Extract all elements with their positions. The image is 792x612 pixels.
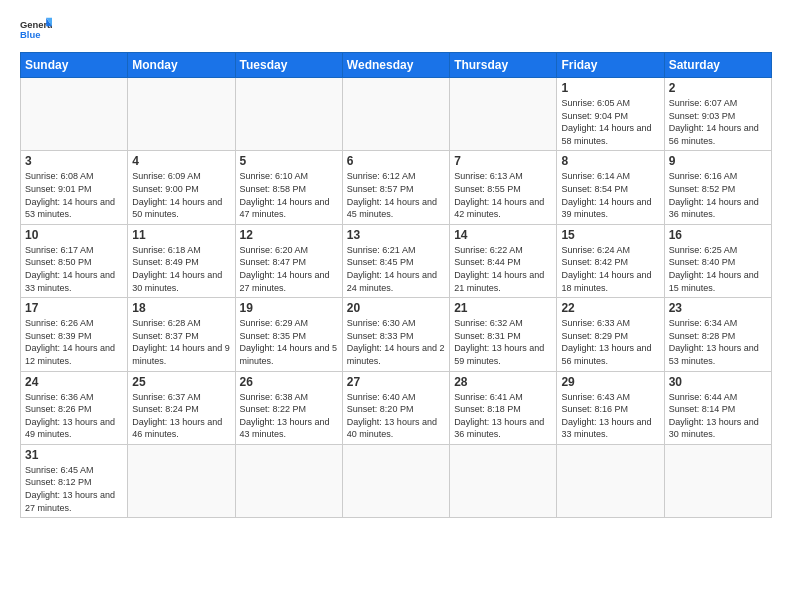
day-cell: 24Sunrise: 6:36 AM Sunset: 8:26 PM Dayli… <box>21 371 128 444</box>
day-number: 7 <box>454 154 552 168</box>
day-number: 29 <box>561 375 659 389</box>
day-info: Sunrise: 6:24 AM Sunset: 8:42 PM Dayligh… <box>561 244 659 294</box>
day-cell: 11Sunrise: 6:18 AM Sunset: 8:49 PM Dayli… <box>128 224 235 297</box>
weekday-wednesday: Wednesday <box>342 53 449 78</box>
day-number: 18 <box>132 301 230 315</box>
day-cell: 27Sunrise: 6:40 AM Sunset: 8:20 PM Dayli… <box>342 371 449 444</box>
day-number: 9 <box>669 154 767 168</box>
day-cell <box>128 444 235 517</box>
header: General Blue <box>20 16 772 44</box>
weekday-sunday: Sunday <box>21 53 128 78</box>
week-row-2: 3Sunrise: 6:08 AM Sunset: 9:01 PM Daylig… <box>21 151 772 224</box>
day-number: 15 <box>561 228 659 242</box>
day-number: 27 <box>347 375 445 389</box>
day-cell: 2Sunrise: 6:07 AM Sunset: 9:03 PM Daylig… <box>664 78 771 151</box>
day-info: Sunrise: 6:33 AM Sunset: 8:29 PM Dayligh… <box>561 317 659 367</box>
day-info: Sunrise: 6:43 AM Sunset: 8:16 PM Dayligh… <box>561 391 659 441</box>
day-cell: 21Sunrise: 6:32 AM Sunset: 8:31 PM Dayli… <box>450 298 557 371</box>
day-info: Sunrise: 6:17 AM Sunset: 8:50 PM Dayligh… <box>25 244 123 294</box>
week-row-1: 1Sunrise: 6:05 AM Sunset: 9:04 PM Daylig… <box>21 78 772 151</box>
day-number: 17 <box>25 301 123 315</box>
day-info: Sunrise: 6:32 AM Sunset: 8:31 PM Dayligh… <box>454 317 552 367</box>
day-cell: 14Sunrise: 6:22 AM Sunset: 8:44 PM Dayli… <box>450 224 557 297</box>
day-cell: 8Sunrise: 6:14 AM Sunset: 8:54 PM Daylig… <box>557 151 664 224</box>
day-number: 30 <box>669 375 767 389</box>
day-number: 14 <box>454 228 552 242</box>
day-info: Sunrise: 6:09 AM Sunset: 9:00 PM Dayligh… <box>132 170 230 220</box>
day-cell: 7Sunrise: 6:13 AM Sunset: 8:55 PM Daylig… <box>450 151 557 224</box>
day-number: 20 <box>347 301 445 315</box>
day-cell: 17Sunrise: 6:26 AM Sunset: 8:39 PM Dayli… <box>21 298 128 371</box>
day-info: Sunrise: 6:22 AM Sunset: 8:44 PM Dayligh… <box>454 244 552 294</box>
day-cell <box>128 78 235 151</box>
day-number: 24 <box>25 375 123 389</box>
svg-text:Blue: Blue <box>20 29 40 40</box>
generalblue-icon: General Blue <box>20 16 52 44</box>
day-number: 12 <box>240 228 338 242</box>
day-number: 23 <box>669 301 767 315</box>
day-info: Sunrise: 6:28 AM Sunset: 8:37 PM Dayligh… <box>132 317 230 367</box>
day-info: Sunrise: 6:36 AM Sunset: 8:26 PM Dayligh… <box>25 391 123 441</box>
day-info: Sunrise: 6:40 AM Sunset: 8:20 PM Dayligh… <box>347 391 445 441</box>
day-cell: 25Sunrise: 6:37 AM Sunset: 8:24 PM Dayli… <box>128 371 235 444</box>
day-number: 21 <box>454 301 552 315</box>
day-cell: 19Sunrise: 6:29 AM Sunset: 8:35 PM Dayli… <box>235 298 342 371</box>
week-row-5: 24Sunrise: 6:36 AM Sunset: 8:26 PM Dayli… <box>21 371 772 444</box>
day-number: 6 <box>347 154 445 168</box>
day-cell <box>235 78 342 151</box>
day-number: 22 <box>561 301 659 315</box>
day-info: Sunrise: 6:29 AM Sunset: 8:35 PM Dayligh… <box>240 317 338 367</box>
day-info: Sunrise: 6:25 AM Sunset: 8:40 PM Dayligh… <box>669 244 767 294</box>
day-cell <box>342 78 449 151</box>
day-cell: 29Sunrise: 6:43 AM Sunset: 8:16 PM Dayli… <box>557 371 664 444</box>
day-info: Sunrise: 6:41 AM Sunset: 8:18 PM Dayligh… <box>454 391 552 441</box>
day-info: Sunrise: 6:45 AM Sunset: 8:12 PM Dayligh… <box>25 464 123 514</box>
day-info: Sunrise: 6:13 AM Sunset: 8:55 PM Dayligh… <box>454 170 552 220</box>
day-cell <box>450 444 557 517</box>
day-cell <box>557 444 664 517</box>
day-cell: 31Sunrise: 6:45 AM Sunset: 8:12 PM Dayli… <box>21 444 128 517</box>
day-cell <box>342 444 449 517</box>
day-info: Sunrise: 6:38 AM Sunset: 8:22 PM Dayligh… <box>240 391 338 441</box>
day-number: 8 <box>561 154 659 168</box>
day-number: 4 <box>132 154 230 168</box>
day-number: 16 <box>669 228 767 242</box>
week-row-6: 31Sunrise: 6:45 AM Sunset: 8:12 PM Dayli… <box>21 444 772 517</box>
day-number: 5 <box>240 154 338 168</box>
weekday-thursday: Thursday <box>450 53 557 78</box>
day-cell: 12Sunrise: 6:20 AM Sunset: 8:47 PM Dayli… <box>235 224 342 297</box>
day-number: 28 <box>454 375 552 389</box>
day-number: 26 <box>240 375 338 389</box>
day-cell: 18Sunrise: 6:28 AM Sunset: 8:37 PM Dayli… <box>128 298 235 371</box>
day-number: 31 <box>25 448 123 462</box>
day-cell: 26Sunrise: 6:38 AM Sunset: 8:22 PM Dayli… <box>235 371 342 444</box>
day-cell: 23Sunrise: 6:34 AM Sunset: 8:28 PM Dayli… <box>664 298 771 371</box>
day-info: Sunrise: 6:10 AM Sunset: 8:58 PM Dayligh… <box>240 170 338 220</box>
day-number: 2 <box>669 81 767 95</box>
day-cell: 4Sunrise: 6:09 AM Sunset: 9:00 PM Daylig… <box>128 151 235 224</box>
day-cell: 5Sunrise: 6:10 AM Sunset: 8:58 PM Daylig… <box>235 151 342 224</box>
day-number: 3 <box>25 154 123 168</box>
day-info: Sunrise: 6:08 AM Sunset: 9:01 PM Dayligh… <box>25 170 123 220</box>
week-row-3: 10Sunrise: 6:17 AM Sunset: 8:50 PM Dayli… <box>21 224 772 297</box>
day-info: Sunrise: 6:37 AM Sunset: 8:24 PM Dayligh… <box>132 391 230 441</box>
day-cell <box>235 444 342 517</box>
day-cell: 28Sunrise: 6:41 AM Sunset: 8:18 PM Dayli… <box>450 371 557 444</box>
day-number: 10 <box>25 228 123 242</box>
day-info: Sunrise: 6:05 AM Sunset: 9:04 PM Dayligh… <box>561 97 659 147</box>
day-number: 19 <box>240 301 338 315</box>
day-info: Sunrise: 6:44 AM Sunset: 8:14 PM Dayligh… <box>669 391 767 441</box>
day-cell: 16Sunrise: 6:25 AM Sunset: 8:40 PM Dayli… <box>664 224 771 297</box>
day-cell <box>21 78 128 151</box>
day-info: Sunrise: 6:18 AM Sunset: 8:49 PM Dayligh… <box>132 244 230 294</box>
weekday-tuesday: Tuesday <box>235 53 342 78</box>
day-cell: 1Sunrise: 6:05 AM Sunset: 9:04 PM Daylig… <box>557 78 664 151</box>
weekday-friday: Friday <box>557 53 664 78</box>
weekday-header-row: SundayMondayTuesdayWednesdayThursdayFrid… <box>21 53 772 78</box>
day-info: Sunrise: 6:34 AM Sunset: 8:28 PM Dayligh… <box>669 317 767 367</box>
day-cell: 3Sunrise: 6:08 AM Sunset: 9:01 PM Daylig… <box>21 151 128 224</box>
day-info: Sunrise: 6:20 AM Sunset: 8:47 PM Dayligh… <box>240 244 338 294</box>
day-cell: 10Sunrise: 6:17 AM Sunset: 8:50 PM Dayli… <box>21 224 128 297</box>
day-cell: 13Sunrise: 6:21 AM Sunset: 8:45 PM Dayli… <box>342 224 449 297</box>
day-cell: 30Sunrise: 6:44 AM Sunset: 8:14 PM Dayli… <box>664 371 771 444</box>
